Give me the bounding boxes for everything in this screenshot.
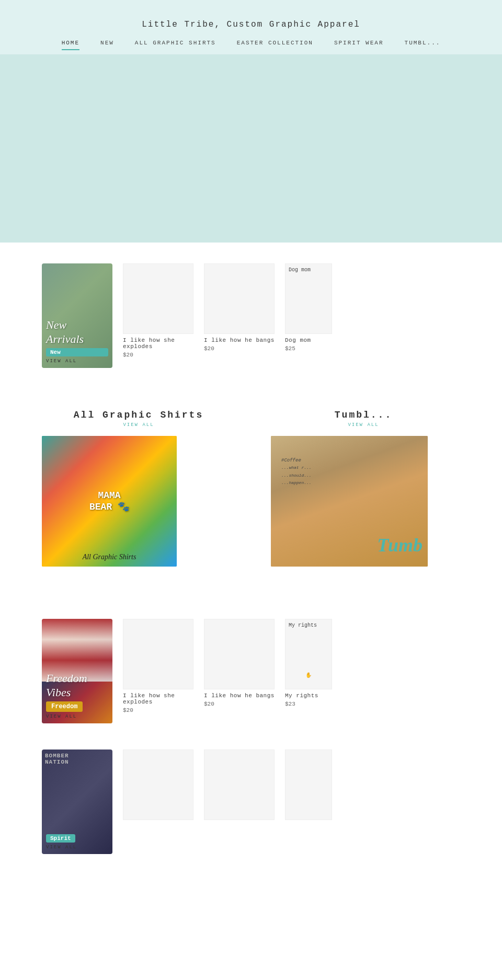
all-graphic-shirts-col: All Graphic Shirts VIEW ALL MAMABEAR 🐾 A… (42, 410, 235, 567)
product-img-1 (123, 263, 193, 334)
spirit-card[interactable]: BOMBERNATION Spirit VIEW ALL (42, 750, 112, 854)
spirit-product-2[interactable] (204, 750, 275, 820)
freedom-product-2[interactable]: I like how he bangs $20 (204, 619, 275, 707)
freedom-product-price-1: $20 (123, 707, 133, 713)
all-graphic-image[interactable]: MAMABEAR 🐾 All Graphic Shirts (42, 436, 177, 567)
spirit-section: BOMBERNATION Spirit VIEW ALL (0, 744, 502, 875)
tumblers-heading: Tumbl... (267, 410, 460, 420)
nav-all-graphic[interactable]: ALL GRAPHIC SHIRTS (135, 40, 216, 50)
product-price-3: $25 (285, 345, 295, 352)
new-arrivals-section: New Arrivals New VIEW ALL I like how she… (0, 243, 502, 389)
freedom-product-price-2: $20 (204, 701, 214, 707)
my-rights-label: My rights (289, 622, 317, 628)
all-graphic-heading: All Graphic Shirts (42, 410, 235, 420)
tumblers-view-all[interactable]: VIEW ALL (267, 422, 460, 428)
freedom-product-3[interactable]: My rights ✋ My rights $23 (285, 619, 332, 707)
freedom-product-1[interactable]: I like how she explodes $20 (123, 619, 193, 713)
freedom-product-name-1: I like how she explodes (123, 693, 193, 705)
nav-home[interactable]: HOME (62, 40, 79, 50)
product-name-3: Dog mom (285, 337, 311, 343)
mama-bear-text: MAMABEAR 🐾 (89, 490, 129, 512)
all-graphic-section: All Graphic Shirts VIEW ALL MAMABEAR 🐾 A… (0, 389, 502, 577)
product-name-2: I like how he bangs (204, 337, 275, 343)
freedom-product-img-2 (204, 619, 275, 689)
product-price-1: $20 (123, 352, 133, 358)
freedom-product-name-3: My rights (285, 693, 318, 699)
freedom-product-img-3: My rights ✋ (285, 619, 332, 689)
product-name-1: I like how she explodes (123, 337, 193, 350)
spirit-product-img-2 (204, 750, 275, 820)
nav-tumbl[interactable]: TUMBL... (405, 40, 441, 50)
product-card-3[interactable]: Dog mom Dog mom $25 (285, 263, 332, 352)
spirit-product-img-1 (123, 750, 193, 820)
product-img-3: Dog mom (285, 263, 332, 334)
tumblers-col: Tumbl... VIEW ALL #Coffee ...what r... .… (267, 410, 460, 567)
freedom-product-price-3: $23 (285, 701, 295, 707)
spirit-view-all[interactable]: VIEW ALL (46, 845, 108, 850)
spirit-product-3[interactable] (285, 750, 332, 820)
spirit-row: BOMBERNATION Spirit VIEW ALL (42, 750, 460, 854)
freedom-product-name-2: I like how he bangs (204, 693, 275, 699)
new-arrivals-card[interactable]: New Arrivals New VIEW ALL (42, 263, 112, 368)
freedom-section: FreedomVibes Freedom VIEW ALL I like how… (0, 598, 502, 744)
nav-new[interactable]: NEW (100, 40, 114, 50)
spirit-badge: Spirit (46, 834, 75, 843)
new-arrivals-row: New Arrivals New VIEW ALL I like how she… (42, 263, 460, 368)
new-badge: New (46, 348, 108, 356)
spirit-product-1[interactable] (123, 750, 193, 820)
product-card-1[interactable]: I like how she explodes $20 (123, 263, 193, 358)
all-graphic-view-all[interactable]: VIEW ALL (42, 422, 235, 428)
freedom-product-img-1 (123, 619, 193, 689)
tumblers-image[interactable]: #Coffee ...what r... ...should... ...hap… (271, 436, 428, 567)
hero-banner (0, 54, 502, 243)
dog-mom-partial-label: Dog mom (289, 267, 311, 273)
freedom-card[interactable]: FreedomVibes Freedom VIEW ALL (42, 619, 112, 723)
freedom-script: FreedomVibes (46, 672, 108, 699)
freedom-badge: Freedom (46, 701, 83, 712)
new-view-all[interactable]: VIEW ALL (46, 359, 108, 364)
new-arrivals-script: New Arrivals (46, 318, 108, 346)
product-img-2 (204, 263, 275, 334)
site-title: Little Tribe, Custom Graphic Apparel (0, 10, 502, 34)
product-price-2: $20 (204, 345, 214, 352)
header: Little Tribe, Custom Graphic Apparel HOM… (0, 0, 502, 243)
freedom-view-all[interactable]: VIEW ALL (46, 714, 108, 719)
freedom-row: FreedomVibes Freedom VIEW ALL I like how… (42, 619, 460, 723)
main-nav: HOME NEW ALL GRAPHIC SHIRTS EASTER COLLE… (0, 34, 502, 54)
product-card-2[interactable]: I like how he bangs $20 (204, 263, 275, 352)
spirit-product-img-3 (285, 750, 332, 820)
tumblers-script: Tumb (377, 534, 423, 556)
nav-easter[interactable]: EASTER COLLECTION (237, 40, 313, 50)
nav-spirit[interactable]: SPIRIT WEAR (334, 40, 384, 50)
all-graphic-script: All Graphic Shirts (42, 553, 177, 561)
